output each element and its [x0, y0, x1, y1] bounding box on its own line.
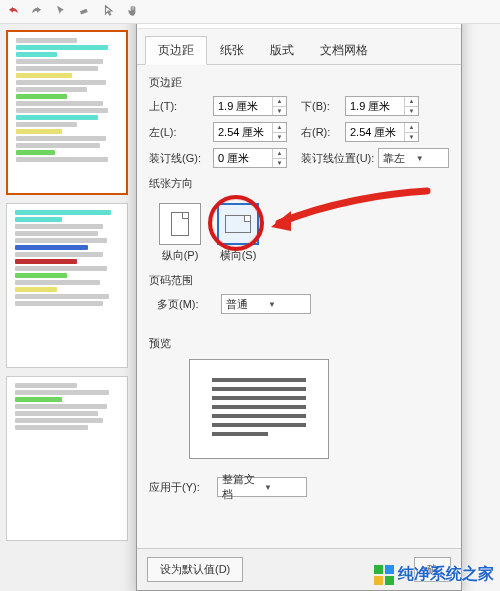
undo-icon[interactable]: [6, 4, 20, 20]
spinner-icon[interactable]: ▲▼: [404, 97, 418, 115]
app-toolbar: [0, 0, 500, 24]
margin-top-label: 上(T):: [149, 99, 209, 114]
margin-bottom-label: 下(B):: [301, 99, 341, 114]
margin-right-label: 右(R):: [301, 125, 341, 140]
portrait-page-icon: [159, 203, 201, 245]
tab-grid[interactable]: 文档网格: [307, 36, 381, 65]
orientation-landscape[interactable]: 横向(S): [217, 203, 259, 263]
thumbnail-page[interactable]: [6, 30, 128, 195]
apply-to-select[interactable]: 整篇文档 ▼: [217, 477, 307, 497]
pointer-icon[interactable]: [54, 4, 68, 20]
dialog-tabs: 页边距 纸张 版式 文档网格: [137, 29, 461, 65]
svg-rect-0: [80, 8, 88, 14]
chevron-down-icon: ▼: [268, 300, 306, 309]
margins-section-label: 页边距: [149, 75, 449, 90]
chevron-down-icon: ▼: [416, 154, 444, 163]
landscape-page-icon: [217, 203, 259, 245]
watermark: 纯净系统之家: [374, 564, 494, 585]
orientation-section-label: 纸张方向: [149, 176, 449, 191]
spinner-icon[interactable]: ▲▼: [272, 123, 286, 141]
gutter-label: 装订线(G):: [149, 151, 209, 166]
hand-icon[interactable]: [126, 4, 140, 20]
pages-section-label: 页码范围: [149, 273, 449, 288]
preview-thumbnail: [189, 359, 329, 459]
apply-to-label: 应用于(Y):: [149, 480, 213, 495]
orientation-portrait[interactable]: 纵向(P): [159, 203, 201, 263]
watermark-text: 纯净系统之家: [398, 564, 494, 585]
gutter-pos-select[interactable]: 靠左 ▼: [378, 148, 449, 168]
margin-top-input[interactable]: ▲▼: [213, 96, 287, 116]
orientation-landscape-label: 横向(S): [217, 248, 259, 263]
redo-icon[interactable]: [30, 4, 44, 20]
tab-layout[interactable]: 版式: [257, 36, 307, 65]
multipage-select[interactable]: 普通 ▼: [221, 294, 311, 314]
tab-margins[interactable]: 页边距: [145, 36, 207, 65]
gutter-pos-label: 装订线位置(U):: [301, 151, 374, 166]
gutter-input[interactable]: ▲▼: [213, 148, 287, 168]
thumbnail-panel: [0, 24, 136, 591]
margin-right-input[interactable]: ▲▼: [345, 122, 419, 142]
orientation-portrait-label: 纵向(P): [159, 248, 201, 263]
multipage-label: 多页(M):: [157, 297, 217, 312]
orientation-group: 纵向(P) 横向(S): [149, 197, 449, 267]
eraser-icon[interactable]: [78, 4, 92, 20]
margin-left-label: 左(L):: [149, 125, 209, 140]
margin-bottom-input[interactable]: ▲▼: [345, 96, 419, 116]
preview-section-label: 预览: [149, 336, 449, 351]
spinner-icon[interactable]: ▲▼: [272, 97, 286, 115]
cursor-icon[interactable]: [102, 4, 116, 20]
thumbnail-page[interactable]: [6, 376, 128, 541]
set-default-button[interactable]: 设为默认值(D): [147, 557, 243, 582]
spinner-icon[interactable]: ▲▼: [404, 123, 418, 141]
watermark-logo-icon: [374, 565, 394, 585]
dialog-content: 页边距 上(T): ▲▼ 下(B): ▲▼: [137, 65, 461, 548]
thumbnail-page[interactable]: [6, 203, 128, 368]
page-setup-dialog: 页面设置 ? × 页边距 纸张 版式 文档网格 页边距 上(T): ▲▼: [136, 0, 462, 591]
margin-left-input[interactable]: ▲▼: [213, 122, 287, 142]
tab-paper[interactable]: 纸张: [207, 36, 257, 65]
spinner-icon[interactable]: ▲▼: [272, 149, 286, 167]
chevron-down-icon: ▼: [264, 483, 302, 492]
annotation-arrow-icon: [267, 183, 437, 255]
